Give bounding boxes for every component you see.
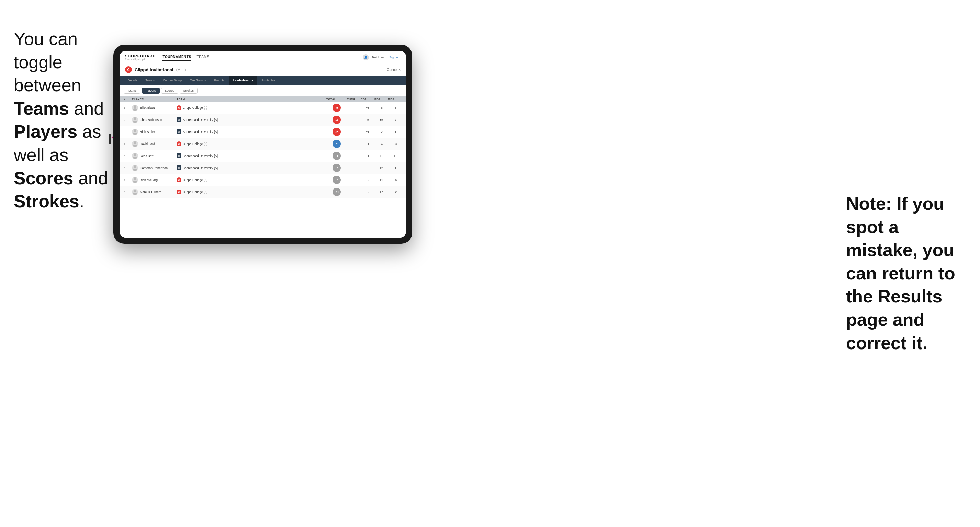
score-badge: -2 <box>332 128 341 136</box>
tab-course-setup[interactable]: Course Setup <box>159 76 186 86</box>
svg-point-3 <box>134 117 136 120</box>
nav-sign-out[interactable]: Sign out <box>389 56 401 59</box>
team-name: Scoreboard University [A] <box>183 166 218 170</box>
player-avatar <box>132 117 138 123</box>
score-total: +11 <box>326 188 347 196</box>
table-row[interactable]: 7 Blair McHarg C Clippd College [A] +8 F… <box>119 174 406 186</box>
svg-point-6 <box>133 133 137 135</box>
player-name-cell: Blair McHarg <box>132 177 177 183</box>
sub-tab-players[interactable]: Players <box>142 87 160 94</box>
score-rd2: -4 <box>374 142 388 146</box>
tab-teams[interactable]: Teams <box>142 76 159 86</box>
svg-point-9 <box>134 154 136 156</box>
tablet-side-button <box>108 134 111 144</box>
score-rd2: E <box>374 154 388 157</box>
score-total: +6 <box>326 164 347 172</box>
team-cell: C Clippd College [A] <box>177 105 326 110</box>
score-rd3: -5 <box>388 106 402 110</box>
tab-printables[interactable]: Printables <box>257 76 279 86</box>
player-rank: 3 <box>124 130 132 133</box>
table-row[interactable]: 4 David Ford C Clippd College [A] E F +1… <box>119 138 406 150</box>
score-total: +8 <box>326 176 347 184</box>
col-thru-header: THRU <box>347 97 361 101</box>
score-rd1: +3 <box>361 106 374 110</box>
player-name-cell: David Ford <box>132 141 177 147</box>
tab-bar: Details Teams Course Setup Tee Groups Re… <box>119 76 406 86</box>
score-thru: F <box>347 166 361 170</box>
table-row[interactable]: 5 Rees Britt SB Scoreboard University [A… <box>119 150 406 162</box>
player-name: Cameron Robertson <box>140 166 168 170</box>
svg-point-2 <box>133 108 137 111</box>
team-logo-c: C <box>177 141 181 146</box>
score-thru: F <box>347 190 361 194</box>
table-row[interactable]: 1 Elliot Ebert C Clippd College [A] -8 F… <box>119 102 406 114</box>
nav-links: TOURNAMENTS TEAMS <box>162 54 363 61</box>
logo-title: SCOREBOARD <box>125 54 156 58</box>
tab-tee-groups[interactable]: Tee Groups <box>186 76 210 86</box>
table-row[interactable]: 2 Chris Robertson SB Scoreboard Universi… <box>119 114 406 126</box>
score-rd3: -4 <box>388 118 402 122</box>
player-avatar <box>132 165 138 171</box>
score-rd2: -2 <box>374 130 388 133</box>
sub-tab-teams[interactable]: Teams <box>124 87 140 94</box>
team-cell: C Clippd College [A] <box>177 141 326 146</box>
score-total: +1 <box>326 152 347 160</box>
team-cell: SB Scoreboard University [A] <box>177 117 326 122</box>
player-avatar <box>132 129 138 135</box>
player-name: David Ford <box>140 142 155 146</box>
score-rd2: +5 <box>374 118 388 122</box>
score-rd1: +5 <box>361 166 374 170</box>
svg-point-16 <box>133 193 137 195</box>
score-total: -2 <box>326 128 347 136</box>
score-badge: +11 <box>332 188 341 196</box>
player-name-cell: Cameron Robertson <box>132 165 177 171</box>
score-rd3: +6 <box>388 178 402 182</box>
col-rd1-header: RD1 <box>361 97 374 101</box>
score-thru: F <box>347 154 361 157</box>
table-header: # PLAYER TEAM TOTAL THRU RD1 RD2 RD3 <box>119 96 406 102</box>
team-logo-c: C <box>177 189 181 194</box>
table-row[interactable]: 3 Rich Butler SB Scoreboard University [… <box>119 126 406 138</box>
svg-point-15 <box>134 189 136 192</box>
team-logo-sb: SB <box>177 154 181 158</box>
player-name-cell: Marcus Turners <box>132 189 177 195</box>
tab-results[interactable]: Results <box>210 76 229 86</box>
score-rd3: +2 <box>388 190 402 194</box>
score-rd2: +1 <box>374 178 388 182</box>
sub-tab-scores[interactable]: Scores <box>161 87 178 94</box>
player-rank: 2 <box>124 119 132 122</box>
team-name: Scoreboard University [A] <box>183 118 218 122</box>
table-row[interactable]: 6 Cameron Robertson SB Scoreboard Univer… <box>119 162 406 174</box>
tournament-logo: C <box>125 66 132 73</box>
nav-link-tournaments[interactable]: TOURNAMENTS <box>162 54 191 61</box>
team-logo-c: C <box>177 178 181 182</box>
tab-leaderboards[interactable]: Leaderboards <box>229 76 258 86</box>
svg-point-4 <box>133 121 137 123</box>
sub-tab-strokes[interactable]: Strokes <box>180 87 198 94</box>
player-rank: 4 <box>124 143 132 146</box>
score-thru: F <box>347 106 361 110</box>
tab-details[interactable]: Details <box>124 76 142 86</box>
left-annotation: You can toggle between Teams and Players… <box>14 27 113 213</box>
cancel-button[interactable]: Cancel × <box>387 68 401 72</box>
team-name: Scoreboard University [A] <box>183 130 218 133</box>
team-logo-sb: SB <box>177 129 181 134</box>
score-total: -8 <box>326 104 347 112</box>
score-thru: F <box>347 118 361 122</box>
player-name: Marcus Turners <box>140 190 161 194</box>
col-total-header: TOTAL <box>326 97 347 101</box>
player-name-cell: Rees Britt <box>132 153 177 159</box>
score-rd3: -1 <box>388 166 402 170</box>
score-rd2: -6 <box>374 106 388 110</box>
team-name: Clippd College [A] <box>183 190 207 194</box>
logo-sub: Powered by clippd <box>125 58 156 60</box>
table-row[interactable]: 8 Marcus Turners C Clippd College [A] +1… <box>119 186 406 198</box>
score-badge: +6 <box>332 164 341 172</box>
nav-link-teams[interactable]: TEAMS <box>197 54 210 61</box>
col-player-header: PLAYER <box>132 97 177 101</box>
player-avatar <box>132 189 138 195</box>
sub-tab-bar: Teams Players Scores Strokes <box>119 86 406 96</box>
player-avatar <box>132 153 138 159</box>
team-cell: SB Scoreboard University [A] <box>177 154 326 158</box>
score-rd1: +2 <box>361 178 374 182</box>
